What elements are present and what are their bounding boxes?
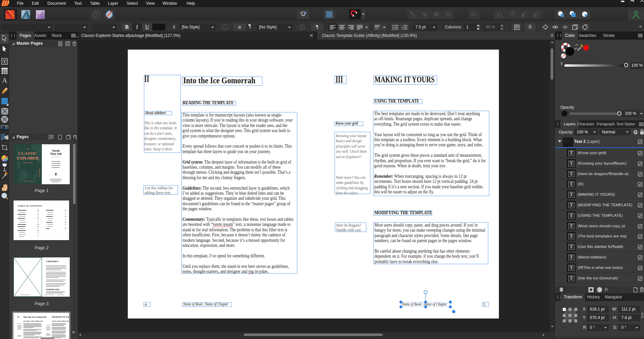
svg-text:a: a (224, 25, 226, 29)
svg-text:CLASSIC: CLASSIC (18, 151, 37, 156)
svg-text:TABLE OF CONTENTS: TABLE OF CONTENTS (18, 205, 42, 207)
svg-text:Worth: Worth (52, 149, 60, 152)
svg-text:SUPPORT HUB: SUPPORT HUB (46, 289, 59, 291)
svg-text:Into the Ice Gomorrah: Into the Ice Gomorrah (23, 316, 46, 318)
svg-text:3: 3 (402, 28, 403, 30)
svg-text:T: T (3, 59, 6, 64)
svg-text:EXPLORER: EXPLORER (17, 156, 39, 161)
svg-text:A T T H E T A B L E: A T T H E T A B L E (21, 181, 35, 182)
svg-text:EXPLORER: EXPLORER (39, 169, 40, 178)
svg-text:READING THE TEMPLATE: READING THE TEMPLATE (23, 320, 43, 322)
svg-text:Their Salt: Their Salt (50, 152, 62, 155)
svg-text:USING THE TEMPLATE: USING THE TEMPLATE (52, 320, 69, 322)
svg-text:¶: ¶ (301, 25, 303, 29)
svg-text:MAKING IT YOURS: MAKING IT YOURS (52, 316, 69, 318)
svg-text:II: II (17, 316, 19, 318)
svg-text:THE: THE (26, 148, 29, 150)
svg-text:TOM BLACK: TOM BLACK (23, 162, 33, 164)
svg-text:CHAPTER 6: CHAPTER 6 (46, 260, 59, 262)
